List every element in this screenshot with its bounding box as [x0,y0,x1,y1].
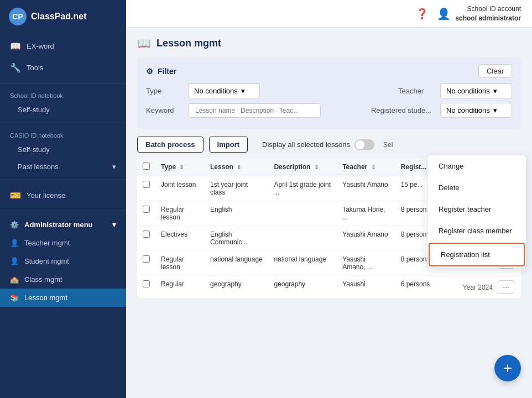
keyword-label: Keyword [146,106,179,114]
page-title: Lesson mgmt [157,38,221,49]
divider-1 [0,83,126,83]
app-logo[interactable]: CP ClassPad.net [0,0,126,33]
row-teacher: Yasushi Amano [337,226,395,251]
divider-3 [0,180,126,180]
row-checkbox[interactable] [143,231,150,238]
sidebar-item-your-license[interactable]: 🎫 Your license [0,185,126,206]
teacher-label: Teacher [398,87,431,95]
row-lesson: national language [205,251,268,276]
sidebar-item-tools-label: Tools [27,64,43,72]
row-teacher: Yasushi Amano [337,176,395,201]
row-type: Electives [155,226,205,251]
account-role: school administrator [455,14,521,23]
teacher-mgmt-icon: 👤 [10,239,19,247]
row-teacher: Yasushi [337,276,395,298]
chevron-down-icon: ▾ [112,163,116,171]
row-description: geography [268,276,337,298]
row-teacher: Yasushi Amano, ... [337,251,395,276]
nav-main: 📖 EX-word 🔧 Tools [0,33,126,81]
sidebar-item-exword-label: EX-word [27,42,54,50]
sidebar: CP ClassPad.net 📖 EX-word 🔧 Tools School… [0,0,126,398]
type-select[interactable]: No conditions ▾ [188,83,260,98]
context-menu-item-register-teacher[interactable]: Register teacher [427,198,526,220]
row-actions: Year 2024 ··· [457,276,521,298]
filter-box: ⚙ Filter Clear Type No conditions ▾ Teac… [137,57,521,129]
topbar: ❓ 👤 School ID account school administrat… [126,0,532,28]
th-checkbox [137,158,155,176]
row-type: Regular lesson [155,201,205,226]
type-sort-icon: ⇕ [179,164,184,170]
registered-label: Registered stude... [371,106,431,114]
class-mgmt-icon: 🏫 [10,275,19,284]
registered-select[interactable]: No conditions ▾ [440,103,512,118]
account-info: 👤 School ID account school administrator [437,4,521,23]
context-menu-item-registration-list[interactable]: Registration list [429,243,525,266]
past-lessons-label: Past lessons [18,163,59,171]
registered-chevron-icon: ▾ [493,106,497,114]
import-button[interactable]: Import [209,137,248,153]
context-menu-item-register-class-member[interactable]: Register class member [427,220,526,242]
row-description [268,201,337,226]
row-checkbox-cell [137,226,155,251]
keyword-input[interactable] [188,103,321,118]
teacher-select[interactable]: No conditions ▾ [440,83,512,98]
add-fab-button[interactable]: + [494,355,521,381]
sidebar-item-past-lessons[interactable]: Past lessons ▾ [0,158,126,175]
desc-sort-icon: ⇕ [314,164,319,170]
context-menu-item-change[interactable]: Change [427,155,526,177]
school-self-study-label: Self-study [18,106,50,114]
type-value: No conditions [194,87,238,95]
sidebar-item-lesson-mgmt[interactable]: 📚 Lesson mgmt [0,289,126,307]
admin-section: ⚙️ Administrator menu ▾ 👤 Teacher mgmt 👤… [0,213,126,309]
casio-self-study-label: Self-study [18,145,50,154]
batch-process-button[interactable]: Batch process [137,137,204,153]
row-checkbox[interactable] [143,181,150,188]
exword-icon: 📖 [10,41,21,51]
lesson-sort-icon: ⇕ [237,164,241,170]
sidebar-item-teacher-mgmt[interactable]: 👤 Teacher mgmt [0,234,126,252]
select-all-checkbox[interactable] [143,163,150,170]
row-checkbox[interactable] [143,280,150,287]
context-menu-item-delete[interactable]: Delete [427,177,526,198]
teacher-sort-icon: ⇕ [371,164,375,170]
row-type: Regular lesson [155,251,205,276]
row-year: Year 2024 [463,284,493,291]
app-name: ClassPad.net [31,12,86,22]
row-description: national language [268,251,337,276]
row-lesson: 1st year joint class [205,176,268,201]
casio-id-section: CASIO ID notebook Self-study Past lesson… [0,125,126,177]
student-mgmt-label: Student mgmt [24,257,69,265]
sidebar-item-school-self-study[interactable]: Self-study [0,101,126,118]
row-checkbox[interactable] [143,206,150,213]
your-license-label: Your license [27,191,65,200]
row-dots-button[interactable]: ··· [498,280,514,294]
topbar-actions: ❓ 👤 School ID account school administrat… [416,4,521,23]
row-checkbox[interactable] [143,255,150,263]
lesson-mgmt-page-icon: 📖 [137,36,151,50]
row-type: Joint lesson [155,176,205,201]
th-teacher: Teacher ⇕ [337,158,395,176]
school-id-label: School ID notebook [0,88,126,101]
clear-button[interactable]: Clear [478,64,512,78]
th-lesson: Lesson ⇕ [205,158,268,176]
admin-icon: ⚙️ [10,221,19,229]
filter-icon: ⚙ [146,67,153,76]
sidebar-item-casio-self-study[interactable]: Self-study [0,141,126,158]
admin-menu-header[interactable]: ⚙️ Administrator menu ▾ [0,216,126,234]
casio-id-label: CASIO ID notebook [0,128,126,141]
row-type: Regular [155,276,205,298]
row-lesson: geography [205,276,268,298]
sidebar-item-student-mgmt[interactable]: 👤 Student mgmt [0,252,126,270]
filter-row-2: Keyword Registered stude... No condition… [146,103,512,118]
row-checkbox-cell [137,251,155,276]
sidebar-item-tools[interactable]: 🔧 Tools [0,57,126,78]
sidebar-item-exword[interactable]: 📖 EX-word [0,35,126,57]
toolbar: Batch process Import Display all selecte… [137,137,521,153]
display-toggle-group: Display all selected lessons Sel [262,139,393,150]
help-icon[interactable]: ❓ [416,8,428,20]
divider-2 [0,123,126,123]
row-checkbox-cell [137,176,155,201]
row-lesson: English Communic... [205,226,268,251]
sidebar-item-class-mgmt[interactable]: 🏫 Class mgmt [0,270,126,289]
display-toggle-switch[interactable] [354,139,374,150]
